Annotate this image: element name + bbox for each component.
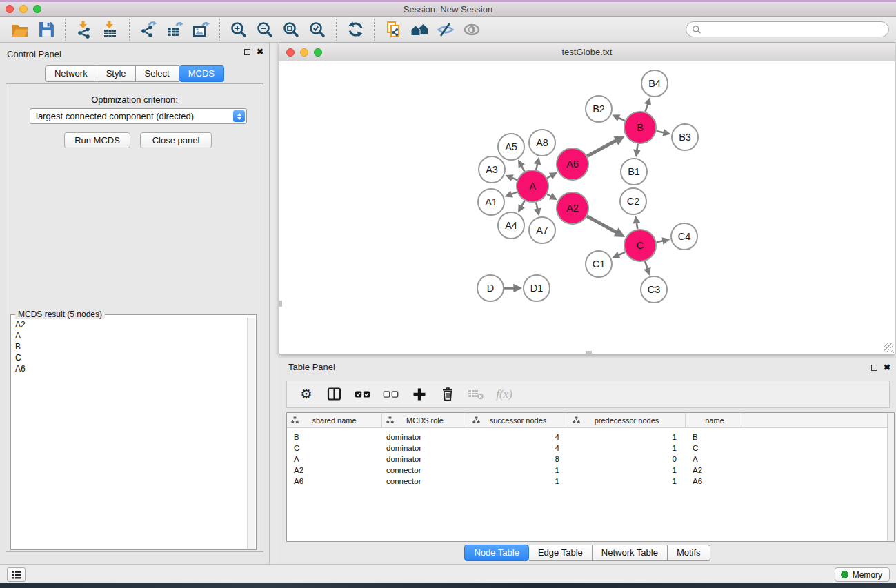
- import-network-button[interactable]: [71, 19, 97, 41]
- delete-column-trash-icon[interactable]: [439, 386, 456, 403]
- tab-style[interactable]: Style: [97, 65, 136, 82]
- graph-node-D1[interactable]: D1: [524, 275, 550, 301]
- tab-network[interactable]: Network: [45, 65, 97, 82]
- import-table-button[interactable]: [97, 19, 123, 41]
- column-header-mcds-role[interactable]: MCDS role: [382, 413, 468, 427]
- table-row[interactable]: A2 connector 1 1 A2: [287, 465, 894, 476]
- graph-node-B4[interactable]: B4: [641, 70, 668, 97]
- graph-node-A5[interactable]: A5: [498, 134, 524, 160]
- mcds-result-list[interactable]: A2 A B C A6: [12, 319, 246, 548]
- graph-edge-B-B2[interactable]: [618, 118, 625, 121]
- graph-node-A4[interactable]: A4: [498, 212, 524, 239]
- close-panel-button[interactable]: Close panel: [140, 132, 212, 148]
- float-panel-icon[interactable]: [871, 365, 877, 371]
- clone-network-button[interactable]: [380, 19, 406, 41]
- graph-edge-A-A6[interactable]: [547, 176, 551, 178]
- graph-edge-A-A4[interactable]: [521, 201, 525, 207]
- graph-edge-B-B4[interactable]: [645, 104, 648, 112]
- graph-node-B1[interactable]: B1: [621, 159, 647, 185]
- export-network-button[interactable]: [135, 19, 161, 41]
- table-row[interactable]: B dominator 4 1 B: [287, 432, 894, 443]
- table-row[interactable]: A6 connector 1 1 A6: [287, 476, 894, 487]
- list-item[interactable]: B: [12, 341, 246, 352]
- tab-select[interactable]: Select: [136, 65, 179, 82]
- float-panel-icon[interactable]: [244, 49, 250, 55]
- column-header-shared-name[interactable]: shared name: [287, 413, 382, 427]
- memory-button[interactable]: Memory: [835, 567, 890, 582]
- export-table-button[interactable]: [161, 19, 188, 41]
- graph-edge-A2-C[interactable]: [587, 216, 617, 233]
- graph-node-A3[interactable]: A3: [479, 156, 505, 183]
- graph-node-A8[interactable]: A8: [529, 130, 555, 156]
- criterion-select[interactable]: largest connected component (directed): [30, 108, 247, 124]
- graph-node-C3[interactable]: C3: [641, 276, 667, 303]
- tab-mcds[interactable]: MCDS: [179, 65, 224, 82]
- graph-edge-A-A8[interactable]: [536, 163, 537, 170]
- graph-node-C4[interactable]: C4: [671, 223, 697, 250]
- show-all-networks-button[interactable]: [406, 19, 432, 41]
- graph-edge-A-A2[interactable]: [547, 194, 551, 196]
- graph-node-A[interactable]: A: [517, 170, 548, 202]
- graph-edge-C-C2[interactable]: [637, 223, 637, 230]
- graph-edge-A-A5[interactable]: [521, 165, 525, 172]
- list-item[interactable]: A6: [12, 363, 246, 374]
- graph-edge-A-A3[interactable]: [512, 178, 517, 180]
- run-mcds-button[interactable]: Run MCDS: [64, 132, 130, 148]
- graph-edge-A-A1[interactable]: [511, 192, 517, 194]
- function-builder-icon[interactable]: f(x): [496, 386, 512, 403]
- graph-node-B2[interactable]: B2: [586, 96, 612, 122]
- tab-edge-table[interactable]: Edge Table: [529, 545, 593, 561]
- graph-edge-C-C4[interactable]: [657, 241, 664, 242]
- graph-node-D[interactable]: D: [477, 275, 504, 301]
- unselect-all-icon[interactable]: [383, 386, 399, 403]
- delete-table-icon[interactable]: [468, 386, 484, 403]
- graph-node-B3[interactable]: B3: [672, 124, 698, 150]
- table-settings-gear-icon[interactable]: ⚙: [298, 386, 315, 403]
- task-history-button[interactable]: [7, 567, 26, 582]
- column-header-name[interactable]: name: [686, 413, 744, 427]
- zoom-selected-button[interactable]: [304, 19, 330, 41]
- create-column-plus-icon[interactable]: [411, 386, 428, 403]
- list-item[interactable]: C: [12, 352, 246, 363]
- graph-node-A1[interactable]: A1: [478, 189, 504, 215]
- graph-node-B[interactable]: B: [624, 112, 656, 143]
- network-canvas[interactable]: B4B2BB3A8A5A6A3B1AC2A1A2A4A7C4CC1DD1C3: [279, 61, 895, 354]
- apply-layout-button[interactable]: [342, 19, 368, 41]
- tab-motifs[interactable]: Motifs: [668, 545, 710, 561]
- close-panel-icon[interactable]: ✖: [257, 48, 263, 56]
- graph-node-C1[interactable]: C1: [586, 251, 612, 277]
- column-header-successor-nodes[interactable]: successor nodes: [468, 413, 568, 427]
- list-item[interactable]: A: [12, 330, 246, 341]
- close-panel-icon[interactable]: ✖: [884, 364, 890, 372]
- export-image-button[interactable]: [188, 19, 214, 41]
- table-row[interactable]: C dominator 4 1 C: [287, 443, 894, 454]
- list-scrollbar[interactable]: [247, 318, 255, 549]
- graph-node-A7[interactable]: A7: [529, 217, 555, 243]
- zoom-in-button[interactable]: [226, 19, 252, 41]
- tab-network-table[interactable]: Network Table: [593, 545, 668, 561]
- zoom-out-button[interactable]: [252, 19, 278, 41]
- show-columns-icon[interactable]: [326, 386, 343, 403]
- graph-node-A2[interactable]: A2: [557, 192, 588, 224]
- fit-content-button[interactable]: [278, 19, 304, 41]
- table-scrollbar[interactable]: [887, 413, 894, 541]
- graphics-details-button[interactable]: [432, 19, 459, 41]
- list-item[interactable]: A2: [12, 319, 246, 330]
- graph-edge-A6-B[interactable]: [587, 141, 617, 156]
- graph-edge-A-A7[interactable]: [536, 202, 537, 209]
- graph-node-C2[interactable]: C2: [620, 188, 646, 214]
- select-all-icon[interactable]: [355, 386, 371, 403]
- resize-grip[interactable]: [884, 343, 894, 353]
- graph-node-A6[interactable]: A6: [557, 148, 588, 180]
- open-session-button[interactable]: [7, 19, 33, 41]
- highlight-button[interactable]: [459, 19, 485, 41]
- graph-edge-C-C1[interactable]: [618, 252, 625, 255]
- graph-edge-C-C3[interactable]: [645, 261, 648, 269]
- column-header-predecessor-nodes[interactable]: predecessor nodes: [568, 413, 686, 427]
- graph-edge-B-B1[interactable]: [637, 144, 637, 150]
- table-row[interactable]: A dominator 8 0 A: [287, 454, 894, 465]
- graph-node-C[interactable]: C: [624, 230, 656, 261]
- graph-edge-B-B3[interactable]: [656, 131, 664, 132]
- save-session-button[interactable]: [33, 19, 59, 41]
- search-input[interactable]: [701, 23, 888, 36]
